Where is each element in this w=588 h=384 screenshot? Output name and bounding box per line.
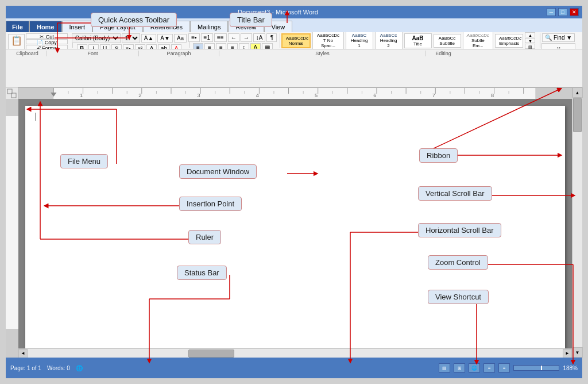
- ribbon-label-row: Clipboard Font Paragraph Styles Editing: [6, 49, 582, 57]
- font-section: Calibri (Body) 11 A▲ A▼ Aa B I U S̶ x₂ x…: [74, 33, 189, 48]
- label-file-menu: File Menu: [60, 154, 108, 168]
- text-highlight-btn[interactable]: ab: [158, 44, 170, 49]
- shading-btn[interactable]: A: [250, 43, 261, 49]
- ribbon: File Home Insert Page Layout References …: [6, 18, 582, 87]
- clipboard-label: Clipboard: [8, 51, 47, 56]
- styles-scroll-down-btn[interactable]: ▼: [525, 38, 535, 43]
- svg-rect-51: [6, 116, 18, 329]
- editing-section: 🔍 Find ▼ ↔ Replace ↖ Select ▼: [541, 33, 580, 48]
- copy-btn[interactable]: 📄 Copy: [26, 39, 68, 44]
- style-heading1-btn[interactable]: AaBbCHeading 1: [346, 32, 373, 49]
- svg-text:2: 2: [138, 93, 141, 98]
- style-heading2-btn[interactable]: AaBbCcHeading 2: [375, 32, 403, 49]
- bullets-btn[interactable]: ≡•: [188, 33, 199, 42]
- style-subtle-em-btn[interactable]: AaBbCcDcSubtle Em...: [463, 32, 493, 49]
- paragraph-label: Paragraph: [139, 51, 219, 56]
- window-controls: ─ □ ✕: [547, 8, 579, 16]
- web-layout-view-btn[interactable]: 🌐: [469, 363, 480, 373]
- tab-insert[interactable]: Insert: [62, 21, 93, 32]
- tab-home[interactable]: Home: [29, 21, 62, 32]
- font-size-select[interactable]: 11: [122, 33, 140, 43]
- label-quick-access-toolbar: Quick Access Toolbar: [91, 13, 177, 27]
- styles-scroll-up-btn[interactable]: ▲: [525, 32, 535, 37]
- label-zoom-control: Zoom Control: [428, 255, 488, 270]
- change-styles-btn[interactable]: ▤: [525, 44, 535, 49]
- subscript-btn[interactable]: x₂: [123, 44, 134, 49]
- strikethrough-btn[interactable]: S̶: [111, 44, 122, 49]
- underline-btn[interactable]: U: [100, 44, 110, 49]
- show-marks-btn[interactable]: ¶: [266, 33, 277, 42]
- find-btn[interactable]: 🔍 Find ▼: [542, 33, 575, 42]
- language-status: 🌐: [76, 365, 83, 371]
- align-center-btn[interactable]: ≡: [204, 43, 215, 49]
- multilevel-btn[interactable]: ≡≡: [214, 33, 227, 42]
- style-normal-btn[interactable]: AaBbCcDcNormal: [281, 33, 311, 48]
- font-options-btn[interactable]: Aa: [174, 34, 187, 43]
- svg-rect-49: [6, 99, 18, 116]
- svg-rect-5: [53, 88, 535, 99]
- zoom-slider[interactable]: [513, 365, 559, 371]
- tab-mailings[interactable]: Mailings: [190, 21, 228, 32]
- h-scroll-thumb[interactable]: [188, 350, 234, 358]
- style-no-spacing-btn[interactable]: AaBbCcDcT No Spac...: [312, 32, 343, 49]
- superscript-btn[interactable]: x²: [135, 44, 145, 49]
- increase-indent-btn[interactable]: →: [241, 33, 252, 42]
- styles-label: Styles: [219, 51, 426, 56]
- print-layout-view-btn[interactable]: ▤: [439, 363, 450, 373]
- style-title-btn[interactable]: AaBTitle: [404, 33, 432, 48]
- scroll-right-btn[interactable]: ►: [563, 349, 572, 358]
- line-spacing-btn[interactable]: ↕: [239, 43, 249, 49]
- scroll-down-btn[interactable]: ▼: [572, 347, 583, 358]
- format-painter-btn[interactable]: 🖌 Format Painter: [26, 45, 68, 49]
- text-effects-btn[interactable]: A: [146, 44, 157, 49]
- v-scroll-track[interactable]: [572, 98, 582, 347]
- font-name-select[interactable]: Calibri (Body): [72, 33, 121, 43]
- svg-text:7: 7: [432, 93, 435, 98]
- svg-text:6: 6: [373, 93, 376, 98]
- full-screen-view-btn[interactable]: ⊞: [454, 363, 465, 373]
- justify-btn[interactable]: ≡: [227, 43, 238, 49]
- svg-rect-50: [6, 329, 18, 358]
- status-left: Page: 1 of 1 Words: 0 🌐: [10, 365, 83, 371]
- svg-text:3: 3: [197, 93, 200, 98]
- ruler-body: 1 2 3 4 5 6 7 8: [18, 87, 582, 99]
- replace-btn[interactable]: ↔ Replace: [541, 43, 575, 49]
- grow-font-btn[interactable]: A▲: [141, 34, 157, 43]
- cut-btn[interactable]: ✂ Cut: [26, 33, 68, 39]
- close-button[interactable]: ✕: [570, 8, 579, 16]
- sort-btn[interactable]: ↕A: [253, 33, 266, 42]
- borders-btn[interactable]: ▦: [262, 43, 273, 49]
- align-right-btn[interactable]: ≡: [216, 43, 226, 49]
- label-ribbon: Ribbon: [419, 148, 458, 163]
- editing-label: Editing: [426, 51, 461, 56]
- vertical-scrollbar: ▲ ▼: [572, 87, 582, 358]
- status-right: ▤ ⊞ 🌐 ≡ ≡ 188%: [439, 363, 578, 373]
- paste-btn[interactable]: 📋: [8, 34, 25, 50]
- numbering-btn[interactable]: ≡1: [201, 33, 213, 42]
- label-document-window: Document Window: [179, 164, 257, 179]
- restore-button[interactable]: □: [558, 8, 567, 16]
- h-scroll-track[interactable]: [28, 349, 563, 358]
- svg-text:8: 8: [491, 93, 494, 98]
- style-subtitle-btn[interactable]: AaBbCcSubtitle: [434, 34, 461, 48]
- decrease-indent-btn[interactable]: ←: [228, 33, 239, 42]
- label-status-bar: Status Bar: [177, 266, 227, 280]
- italic-btn[interactable]: I: [88, 44, 99, 49]
- status-bar: Page: 1 of 1 Words: 0 🌐 ▤ ⊞ 🌐 ≡ ≡ 188%: [6, 358, 582, 378]
- shrink-font-btn[interactable]: A▼: [157, 34, 173, 43]
- ruler-corner[interactable]: [6, 87, 18, 99]
- font-color-btn[interactable]: A: [171, 44, 181, 49]
- minimize-button[interactable]: ─: [547, 8, 556, 16]
- outline-view-btn[interactable]: ≡: [483, 363, 495, 373]
- paragraph-section: ≡• ≡1 ≡≡ ← → ↕A ¶ ≡ ≡ ≡ ≡ ↕ A ▦: [191, 33, 280, 48]
- scroll-up-btn[interactable]: ▲: [572, 87, 583, 98]
- align-left-btn[interactable]: ≡: [193, 43, 203, 49]
- toolbar-row1: 📋 ✂ Cut 📄 Copy 🖌 Format Painter Calibri …: [6, 32, 582, 49]
- label-view-shortcut: View Shortcut: [428, 290, 489, 304]
- draft-view-btn[interactable]: ≡: [498, 363, 510, 373]
- style-emphasis-btn[interactable]: AaBbCcDcEmphasis: [495, 34, 523, 48]
- tab-file[interactable]: File: [6, 21, 29, 32]
- scroll-left-btn[interactable]: ◄: [18, 349, 28, 358]
- bold-btn[interactable]: B: [77, 44, 87, 49]
- v-scroll-thumb[interactable]: [573, 98, 582, 132]
